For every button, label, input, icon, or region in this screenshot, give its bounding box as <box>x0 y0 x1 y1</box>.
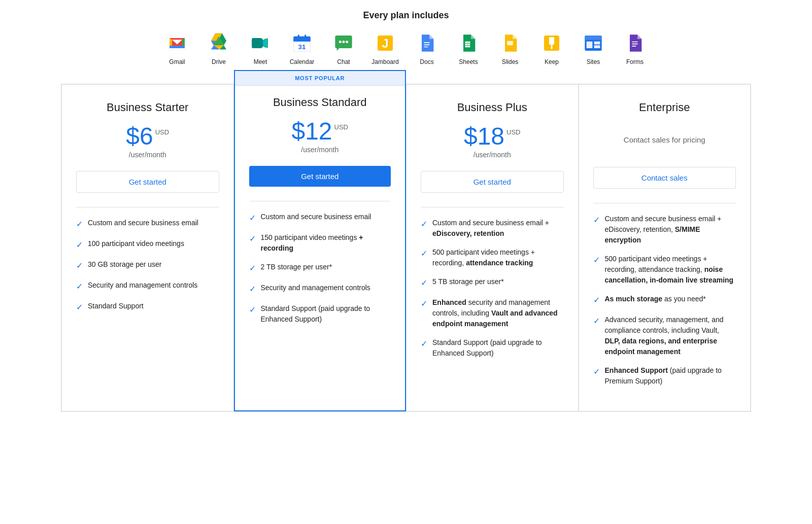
svg-point-20 <box>343 41 345 43</box>
feature-item: ✓ Enhanced security and management contr… <box>421 297 564 329</box>
meet-icon <box>248 31 273 55</box>
feature-list-starter: ✓ Custom and secure business email ✓ 100… <box>76 218 219 313</box>
page-wrapper: Every plan includes <box>51 10 761 412</box>
svg-rect-35 <box>551 46 552 49</box>
feature-item: ✓ Standard Support <box>76 301 219 313</box>
get-started-button-starter[interactable]: Get started <box>76 171 219 193</box>
svg-rect-16 <box>298 34 299 39</box>
check-icon: ✓ <box>76 281 83 293</box>
app-item-forms: Forms <box>617 31 653 65</box>
feature-item: ✓ 5 TB storage per user* <box>421 276 564 289</box>
app-item-calendar: 31 Calendar <box>284 31 320 65</box>
app-label-chat: Chat <box>337 58 350 65</box>
app-label-jamboard: Jamboard <box>371 58 398 65</box>
app-label-calendar: Calendar <box>290 58 315 65</box>
app-item-keep: Keep <box>533 31 570 65</box>
plan-card-plus: Business Plus $18 USD /user/month Get st… <box>406 84 579 411</box>
check-icon: ✓ <box>421 248 427 260</box>
svg-rect-38 <box>585 37 601 40</box>
app-item-meet: Meet <box>242 31 279 65</box>
app-label-keep: Keep <box>545 58 559 65</box>
svg-rect-32 <box>467 46 470 47</box>
plan-price-row-standard: $12 USD <box>249 119 391 144</box>
plan-name-plus: Business Plus <box>421 101 564 114</box>
get-started-button-plus[interactable]: Get started <box>421 171 564 193</box>
feature-item: ✓ 500 participant video meetings + recor… <box>593 254 736 286</box>
feature-item: ✓ Security and management controls <box>76 280 219 293</box>
check-icon: ✓ <box>249 304 256 316</box>
slides-icon <box>498 31 522 55</box>
feature-item: ✓ Custom and secure business email <box>76 218 219 230</box>
apps-row: Gmail <box>61 31 751 65</box>
feature-item: ✓ 30 GB storage per user <box>76 259 219 272</box>
svg-rect-40 <box>594 42 600 45</box>
plan-price-row-plus: $18 USD <box>421 124 564 149</box>
app-label-docs: Docs <box>420 58 433 65</box>
check-icon: ✓ <box>249 262 256 274</box>
svg-point-21 <box>346 41 348 43</box>
plan-price-row-starter: $6 USD <box>76 124 219 149</box>
check-icon: ✓ <box>421 298 427 310</box>
app-item-sites: Sites <box>575 31 612 65</box>
chat-icon <box>331 31 356 55</box>
svg-rect-30 <box>467 44 470 45</box>
calendar-icon: 31 <box>290 31 314 55</box>
app-label-meet: Meet <box>254 58 267 65</box>
drive-icon <box>207 31 231 55</box>
feature-item: ✓ 100 participant video meetings <box>76 238 219 251</box>
sites-icon <box>581 31 605 55</box>
check-icon: ✓ <box>76 218 83 230</box>
contact-sales-button[interactable]: Contact sales <box>593 167 736 189</box>
check-icon: ✓ <box>76 301 83 313</box>
plan-card-enterprise: Enterprise Contact sales for pricing Con… <box>579 84 751 411</box>
price-dollar-standard: $12 <box>291 119 332 144</box>
feature-item: ✓ Security and management controls <box>249 283 391 295</box>
svg-rect-41 <box>594 45 600 48</box>
app-label-drive: Drive <box>212 58 226 65</box>
feature-item: ✓ 2 TB storage per user* <box>249 262 391 274</box>
svg-rect-44 <box>632 46 636 47</box>
app-item-sheets: Sheets <box>450 31 487 65</box>
plan-card-starter: Business Starter $6 USD /user/month Get … <box>61 84 234 411</box>
price-period-standard: /user/month <box>249 146 391 154</box>
most-popular-badge: MOST POPULAR <box>235 71 405 86</box>
app-label-forms: Forms <box>626 58 644 65</box>
every-plan-header: Every plan includes <box>61 10 751 21</box>
features-divider-standard <box>249 201 391 201</box>
svg-rect-14 <box>293 39 310 42</box>
price-dollar-plus: $18 <box>464 124 504 149</box>
svg-text:31: 31 <box>298 43 306 51</box>
check-icon: ✓ <box>593 294 600 306</box>
check-icon: ✓ <box>593 214 600 226</box>
app-item-slides: Slides <box>492 31 528 65</box>
svg-rect-28 <box>467 42 470 43</box>
price-contact: Contact sales for pricing <box>593 124 736 155</box>
check-icon: ✓ <box>421 277 427 289</box>
plan-name-standard: Business Standard <box>249 96 391 109</box>
check-icon: ✓ <box>249 283 256 295</box>
forms-icon <box>623 31 647 55</box>
svg-rect-43 <box>632 44 638 45</box>
app-label-sites: Sites <box>587 58 600 65</box>
feature-item: ✓ Custom and secure business email + eDi… <box>421 218 564 239</box>
features-divider-plus <box>421 207 564 207</box>
get-started-button-standard[interactable]: Get started <box>249 166 391 187</box>
check-icon: ✓ <box>421 338 427 350</box>
price-period-starter: /user/month <box>76 151 219 159</box>
check-icon: ✓ <box>593 254 600 266</box>
price-usd-plus: USD <box>506 128 520 136</box>
feature-item: ✓ Standard Support (paid upgrade to Enha… <box>249 303 391 325</box>
svg-rect-31 <box>465 46 467 47</box>
svg-rect-29 <box>465 44 467 45</box>
plan-name-enterprise: Enterprise <box>593 101 736 114</box>
feature-item: ✓ Standard Support (paid upgrade to Enha… <box>421 337 564 359</box>
check-icon: ✓ <box>76 239 83 251</box>
svg-rect-25 <box>424 45 430 46</box>
svg-rect-39 <box>587 42 593 48</box>
check-icon: ✓ <box>593 366 600 378</box>
plans-grid: Business Starter $6 USD /user/month Get … <box>61 84 751 412</box>
svg-point-19 <box>339 41 342 43</box>
svg-rect-11 <box>252 39 263 48</box>
sheets-icon <box>456 31 481 55</box>
feature-list-plus: ✓ Custom and secure business email + eDi… <box>421 218 564 359</box>
